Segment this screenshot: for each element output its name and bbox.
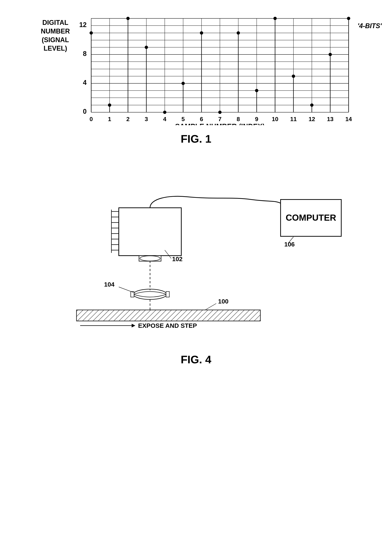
svg-text:COMPUTER: COMPUTER [286, 213, 336, 223]
svg-text:0: 0 [83, 108, 87, 115]
svg-point-56 [145, 46, 148, 49]
svg-text:0: 0 [89, 116, 93, 122]
svg-text:14: 14 [345, 116, 352, 122]
svg-text:1: 1 [108, 116, 111, 122]
chart-svg: text { font-family: Arial, Helvetica, sa… [76, 15, 352, 125]
svg-text:12: 12 [79, 21, 87, 29]
svg-point-78 [347, 17, 350, 20]
svg-rect-88 [166, 291, 169, 297]
svg-rect-80 [76, 310, 260, 321]
svg-line-84 [205, 304, 216, 310]
svg-text:12: 12 [308, 116, 315, 122]
svg-point-76 [329, 53, 332, 56]
y-label-line1: DIGITAL [42, 18, 68, 27]
svg-point-66 [237, 31, 240, 35]
svg-line-89 [119, 287, 134, 292]
svg-rect-87 [131, 291, 134, 297]
svg-text:9: 9 [255, 116, 258, 122]
svg-text:102: 102 [172, 256, 182, 262]
chart-wrapper: DIGITAL NUMBER (SIGNAL LEVEL) text { fon… [40, 15, 352, 125]
svg-point-64 [218, 111, 222, 114]
fig4-diagram: text { font-family: Arial, Helvetica, sa… [40, 171, 352, 346]
svg-text:3: 3 [145, 116, 148, 122]
fig1-section: DIGITAL NUMBER (SIGNAL LEVEL) text { fon… [18, 15, 374, 145]
svg-point-60 [182, 82, 185, 85]
svg-text:10: 10 [272, 116, 278, 122]
svg-text:8: 8 [237, 116, 240, 122]
svg-point-74 [310, 103, 313, 107]
svg-text:7: 7 [218, 116, 222, 122]
y-axis-label: DIGITAL NUMBER (SIGNAL LEVEL) [40, 15, 71, 53]
svg-point-70 [273, 17, 277, 20]
svg-point-58 [163, 111, 166, 114]
page-container: DIGITAL NUMBER (SIGNAL LEVEL) text { fon… [0, 0, 392, 533]
svg-point-86 [134, 289, 167, 300]
svg-point-104 [140, 256, 160, 261]
svg-point-62 [200, 31, 203, 35]
svg-text:4: 4 [163, 116, 166, 122]
svg-point-54 [126, 17, 130, 20]
svg-text:6: 6 [200, 116, 203, 122]
y-label-line3: (SIGNAL [42, 36, 69, 44]
chart-area: text { font-family: Arial, Helvetica, sa… [76, 15, 352, 125]
fig4-caption: FIG. 4 [181, 353, 211, 366]
svg-point-52 [108, 103, 111, 107]
svg-point-72 [292, 75, 295, 78]
svg-text:5: 5 [182, 116, 185, 122]
svg-marker-82 [132, 324, 135, 327]
svg-text:13: 13 [327, 116, 334, 122]
y-label-line4: LEVEL) [44, 44, 67, 53]
fig1-caption: FIG. 1 [181, 133, 211, 145]
svg-text:100: 100 [218, 298, 229, 305]
svg-text:SAMPLE NUMBER (INDEX): SAMPLE NUMBER (INDEX) [175, 123, 265, 125]
svg-text:EXPOSE AND STEP: EXPOSE AND STEP [138, 322, 197, 329]
svg-text:2: 2 [126, 116, 130, 122]
svg-point-68 [255, 89, 258, 92]
svg-point-50 [89, 31, 93, 35]
svg-text:11: 11 [290, 116, 297, 122]
svg-text:8: 8 [83, 50, 87, 57]
svg-text:104: 104 [104, 281, 115, 288]
fig4-section: text { font-family: Arial, Helvetica, sa… [18, 171, 374, 366]
y-label-line2: NUMBER [41, 27, 70, 36]
svg-text:4: 4 [83, 79, 87, 86]
four-bits-label: '4-BITS' [358, 22, 382, 30]
svg-rect-93 [119, 208, 181, 256]
